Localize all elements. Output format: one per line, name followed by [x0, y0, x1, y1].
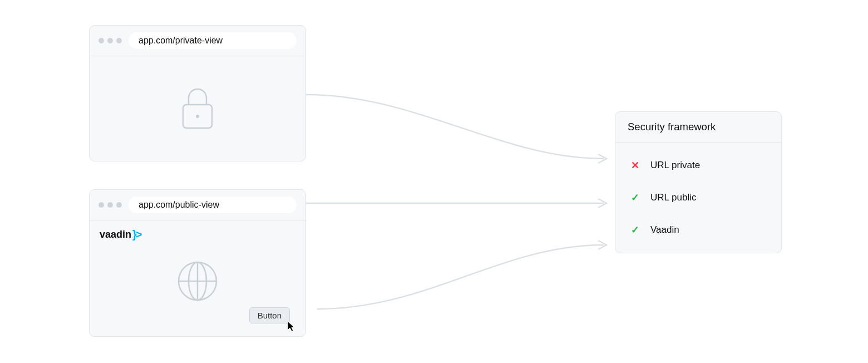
browser-window-private: app.com/private-view — [89, 25, 306, 161]
window-dot — [98, 38, 104, 43]
globe-icon — [175, 259, 220, 303]
address-bar: app.com/private-view — [129, 32, 297, 49]
window-dot — [116, 38, 122, 43]
window-dot — [116, 202, 122, 208]
browser-body-public: vaadin}> Button — [90, 220, 305, 336]
window-controls — [98, 38, 122, 43]
connector-public-url — [306, 195, 618, 212]
svg-point-1 — [196, 115, 199, 118]
security-list: ✕ URL private ✓ URL public ✓ Vaadin — [615, 143, 781, 253]
vaadin-logo-glyph: }> — [132, 228, 141, 241]
security-item-label: URL private — [650, 160, 700, 171]
vaadin-logo: vaadin}> — [100, 228, 141, 241]
security-item-url-public: ✓ URL public — [615, 182, 781, 214]
browser-window-public: app.com/public-view vaadin}> Button — [89, 189, 306, 337]
cursor-icon — [287, 320, 297, 332]
lock-icon — [179, 86, 216, 131]
check-icon: ✓ — [631, 192, 639, 204]
mock-button[interactable]: Button — [249, 307, 290, 323]
window-dot — [98, 202, 104, 208]
connector-private — [306, 86, 618, 175]
security-framework-panel: Security framework ✕ URL private ✓ URL p… — [615, 111, 782, 253]
vaadin-logo-text: vaadin — [100, 229, 131, 241]
security-item-label: Vaadin — [650, 224, 679, 236]
security-framework-title: Security framework — [615, 112, 781, 143]
window-controls — [98, 202, 122, 208]
security-item-url-private: ✕ URL private — [615, 149, 781, 182]
browser-chrome: app.com/private-view — [90, 26, 305, 56]
browser-body-private — [90, 56, 305, 160]
connector-vaadin — [317, 239, 618, 323]
check-icon: ✓ — [631, 224, 639, 236]
security-item-vaadin: ✓ Vaadin — [615, 214, 781, 246]
browser-chrome: app.com/public-view — [90, 190, 305, 220]
security-item-label: URL public — [650, 192, 697, 203]
window-dot — [107, 38, 113, 43]
address-bar: app.com/public-view — [129, 197, 297, 213]
window-dot — [107, 202, 113, 208]
cross-icon: ✕ — [631, 159, 639, 171]
